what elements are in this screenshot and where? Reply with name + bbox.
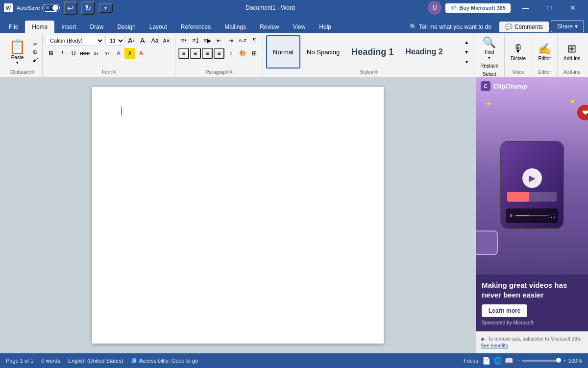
share-button[interactable]: Share ▾ [551, 21, 584, 32]
border-button[interactable]: ⊞ [249, 48, 260, 59]
document-title: Document1 - Word [245, 4, 294, 11]
paragraph-expand[interactable]: ⧉ [229, 69, 232, 75]
align-left-button[interactable]: ≡ [178, 48, 189, 59]
copy-button[interactable]: ⧉ [31, 48, 39, 56]
tab-mailings[interactable]: Mailings [218, 21, 253, 33]
tell-me-area[interactable]: 🔍 Tell me what you want to do [404, 22, 497, 32]
ribbon: 📋 Paste ▾ ✂ ⧉ 🖌 Clipboard ⧉ Calibri (Bod… [0, 33, 588, 77]
minimize-button[interactable]: — [514, 0, 537, 16]
zoom-out-button[interactable]: − [517, 358, 520, 364]
sort-button[interactable]: A↕Z [237, 35, 248, 46]
bold-button[interactable]: B [46, 48, 56, 59]
subscript-button[interactable]: x₂ [91, 48, 101, 59]
paste-button[interactable]: 📋 Paste ▾ [5, 37, 30, 67]
numbered-list-button[interactable]: ≡1 [190, 35, 201, 46]
zoom-slider[interactable] [522, 360, 561, 362]
editor-group: ✍ Editor Editor [532, 34, 558, 77]
ad-bottom: Making great videos has never been easie… [476, 275, 588, 331]
decrease-indent-button[interactable]: ⇤ [214, 35, 224, 46]
clipboard-expand[interactable]: ⧉ [31, 69, 34, 75]
editing-group: 🔍 Find ▾ Replace Select ▾ Editing [474, 34, 505, 77]
format-painter-button[interactable]: 🖌 [31, 56, 39, 63]
focus-button[interactable]: Focus [464, 358, 478, 364]
tab-layout[interactable]: Layout [143, 21, 174, 33]
replace-label: Replace [480, 63, 498, 69]
select-button[interactable]: Select ▾ [480, 70, 499, 77]
font-content: Calibri (Body) 11 A+ A- Aa A✕ B I U abc … [46, 35, 172, 69]
redo-button[interactable]: ↻ [81, 1, 95, 15]
align-center-button[interactable]: ≡ [190, 48, 201, 59]
change-case-button[interactable]: Aa [149, 35, 160, 46]
window-controls: — □ ✕ [514, 0, 584, 16]
buy-microsoft-button[interactable]: 💎 Buy Microsoft 365 [445, 3, 511, 13]
styles-scroll-down[interactable]: ▼ [463, 47, 470, 57]
strikethrough-button[interactable]: abc [79, 48, 90, 59]
styles-scroll-up[interactable]: ▲ [463, 37, 470, 47]
clear-format-button[interactable]: A✕ [161, 35, 172, 46]
tab-review[interactable]: Review [253, 21, 286, 33]
word-count: 0 words [41, 358, 60, 364]
paste-icon: 📋 [9, 39, 26, 55]
close-button[interactable]: ✕ [562, 0, 584, 16]
increase-indent-button[interactable]: ⇥ [225, 35, 236, 46]
tab-design[interactable]: Design [110, 21, 142, 33]
font-size-select[interactable]: 11 [105, 36, 125, 46]
dictate-button[interactable]: 🎙 Dictate [508, 42, 529, 62]
comments-button[interactable]: 💬 Comments [499, 22, 549, 32]
tab-insert[interactable]: Insert [54, 21, 83, 33]
font-color-button[interactable]: A [136, 48, 147, 59]
maximize-button[interactable]: □ [538, 0, 561, 16]
zoom-in-button[interactable]: + [563, 358, 566, 364]
superscript-button[interactable]: x² [102, 48, 113, 59]
web-layout-icon[interactable]: 🌐 [493, 357, 502, 365]
star-decoration-1: ★ [486, 100, 492, 108]
highlight-button[interactable]: A [124, 48, 135, 59]
font-family-select[interactable]: Calibri (Body) [46, 36, 104, 46]
style-heading2[interactable]: Heading 2 [400, 35, 448, 69]
editor-button[interactable]: ✍ Editor [535, 42, 554, 62]
user-avatar[interactable]: U [428, 1, 441, 15]
font-shrink-button[interactable]: A- [138, 35, 148, 46]
styles-expand[interactable]: ▾ [463, 57, 470, 67]
shading-button[interactable]: 🎨 [237, 48, 248, 59]
autosave-toggle[interactable]: Off [42, 4, 60, 12]
italic-button[interactable]: I [57, 48, 68, 59]
comments-icon: 💬 [505, 23, 513, 30]
style-normal[interactable]: Normal [266, 35, 300, 69]
voice-label: Voice [508, 69, 529, 76]
align-right-button[interactable]: ≡ [202, 48, 213, 59]
replace-button[interactable]: Replace [477, 62, 501, 69]
cut-button[interactable]: ✂ [31, 41, 39, 48]
show-hide-button[interactable]: ¶ [249, 35, 260, 46]
tab-view[interactable]: View [286, 21, 313, 33]
document-area[interactable] [0, 77, 475, 353]
see-benefits-link[interactable]: See benefits [481, 343, 508, 348]
addins-content: ⊞ Add-ins [561, 35, 583, 69]
text-effects-button[interactable]: A [113, 48, 124, 59]
font-grow-button[interactable]: A+ [126, 35, 137, 46]
learn-more-button[interactable]: Learn more [482, 304, 527, 317]
tab-draw[interactable]: Draw [83, 21, 110, 33]
print-layout-icon[interactable]: 📄 [482, 357, 490, 365]
find-button[interactable]: 🔍 Find ▾ [480, 35, 499, 61]
styles-expand-icon[interactable]: ⧉ [374, 69, 377, 75]
tab-references[interactable]: References [174, 21, 218, 33]
undo-button[interactable]: ↩ [64, 1, 77, 15]
addins-button[interactable]: ⊞ Add-ins [561, 42, 583, 62]
style-no-spacing[interactable]: No Spacing [301, 35, 345, 69]
tab-home[interactable]: Home [25, 21, 54, 33]
font-expand[interactable]: ⧉ [113, 69, 116, 75]
tab-help[interactable]: Help [312, 21, 338, 33]
document-page[interactable] [92, 87, 384, 344]
quick-access-dropdown[interactable]: ▾ [99, 3, 113, 13]
tab-file[interactable]: File [2, 21, 25, 33]
read-view-icon[interactable]: 📖 [505, 357, 513, 365]
bullet-list-button[interactable]: ≡• [178, 35, 189, 46]
style-heading1[interactable]: Heading 1 [346, 35, 399, 69]
underline-button[interactable]: U [68, 48, 79, 59]
multilevel-list-button[interactable]: ≡▶ [202, 35, 213, 46]
find-dropdown: ▾ [488, 55, 490, 60]
line-spacing-button[interactable]: ↕ [225, 48, 236, 59]
ad-progress-bar-bg [507, 192, 557, 202]
justify-button[interactable]: ≡ [214, 48, 224, 59]
